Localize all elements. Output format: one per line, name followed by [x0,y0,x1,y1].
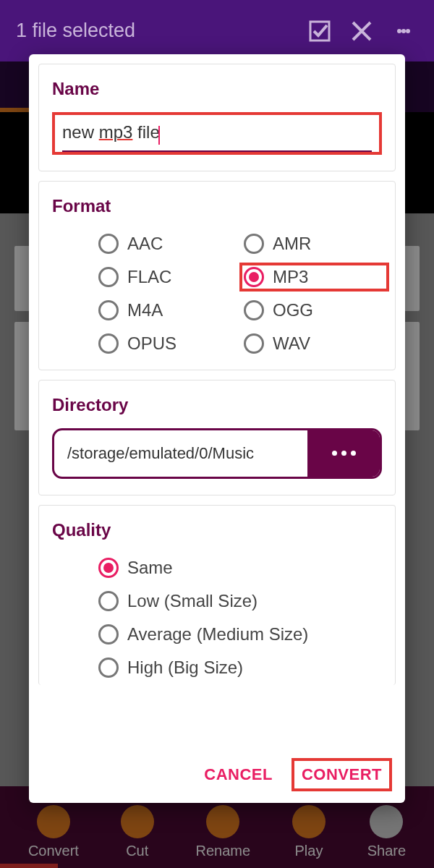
cancel-button[interactable]: CANCEL [194,758,283,791]
close-icon[interactable] [347,17,376,46]
quality-heading: Quality [52,520,382,540]
convert-button[interactable]: CONVERT [292,758,392,791]
name-input-highlight: new mp3 file [52,112,382,155]
quality-option-high[interactable]: High (Big Size) [98,658,382,678]
top-app-bar: 1 file selected [0,0,434,61]
name-heading: Name [52,79,382,99]
directory-heading: Directory [52,395,382,415]
more-icon[interactable] [389,17,418,46]
directory-path[interactable]: /storage/emulated/0/Music [54,430,307,477]
svg-rect-0 [310,22,329,41]
format-option-aac[interactable]: AAC [98,234,237,254]
format-option-flac[interactable]: FLAC [98,267,237,287]
format-option-opus[interactable]: OPUS [98,333,237,354]
text-cursor [158,126,160,145]
select-all-icon[interactable] [305,17,334,46]
directory-row: /storage/emulated/0/Music [52,428,382,479]
quality-section: Quality Same Low (Small Size) Average (M… [38,505,396,685]
directory-section: Directory /storage/emulated/0/Music [38,380,396,495]
quality-option-average[interactable]: Average (Medium Size) [98,624,382,644]
format-option-amr[interactable]: AMR [244,234,382,254]
directory-browse-button[interactable] [307,430,380,477]
name-section: Name new mp3 file [38,64,396,171]
name-input[interactable]: new mp3 file [62,119,372,152]
dialog-actions: CANCEL CONVERT [29,751,405,803]
convert-dialog: Name new mp3 file Format AAC AMR FLAC MP… [29,54,405,803]
format-option-m4a[interactable]: M4A [98,300,237,320]
format-heading: Format [52,196,382,216]
format-option-ogg[interactable]: OGG [244,300,382,320]
format-option-wav[interactable]: WAV [244,333,382,354]
appbar-title: 1 file selected [16,20,292,42]
quality-option-low[interactable]: Low (Small Size) [98,591,382,611]
quality-option-same[interactable]: Same [98,558,382,578]
format-section: Format AAC AMR FLAC MP3 M4A OGG OPUS WAV [38,181,396,370]
format-option-mp3[interactable]: MP3 [239,263,389,292]
